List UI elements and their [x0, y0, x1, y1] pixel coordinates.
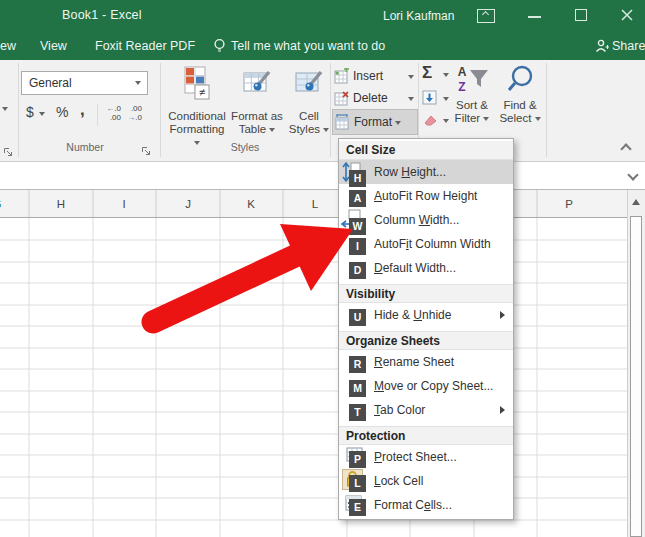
tab-view[interactable]: View — [40, 39, 67, 53]
maximize-button[interactable] — [575, 9, 587, 21]
column-header-g[interactable]: G — [0, 190, 27, 218]
menu-item-protect-sheet[interactable]: P Protect Sheet... — [339, 445, 513, 469]
dialog-launcher-icon[interactable] — [141, 143, 152, 154]
menu-item-default-width[interactable]: D Default Width... — [339, 256, 513, 280]
find-select-button[interactable]: Find & Select — [496, 63, 544, 126]
format-cells-size-icon — [335, 114, 351, 133]
percent-style-button[interactable]: % — [56, 104, 68, 120]
clear-button[interactable] — [422, 113, 439, 130]
button-label: Format as — [228, 110, 286, 124]
keytip-badge: R — [349, 356, 366, 373]
close-button[interactable] — [620, 8, 634, 22]
scroll-up-button[interactable] — [628, 190, 645, 214]
menu-item-label: Tab Color — [374, 403, 425, 417]
menu-item-autofit-column-width[interactable]: I AutoFit Column Width — [339, 232, 513, 256]
tab-foxit-reader-pdf[interactable]: Foxit Reader PDF — [95, 39, 195, 53]
dropdown-caret-icon[interactable] — [443, 73, 449, 77]
button-label: Table — [239, 123, 267, 135]
dropdown-caret-icon[interactable] — [2, 107, 8, 111]
menu-item-format-cells[interactable]: E Format Cells... — [339, 493, 513, 517]
sheet-grid[interactable] — [0, 218, 627, 537]
menu-item-label: Hide & Unhide — [374, 308, 451, 322]
increase-decimal-button[interactable]: ←.0 .00 — [103, 104, 121, 122]
column-header-k[interactable]: K — [221, 190, 281, 218]
delete-cells-button[interactable]: Delete — [332, 88, 418, 110]
button-label: Filter — [455, 112, 481, 124]
submenu-arrow-icon — [500, 406, 505, 414]
insert-cells-button[interactable]: Insert — [332, 66, 418, 88]
menu-item-lock-cell[interactable]: L Lock Cell — [339, 469, 513, 493]
menu-item-tab-color[interactable]: T Tab Color — [339, 398, 513, 422]
tell-me-box[interactable]: Tell me what you want to do — [231, 39, 385, 53]
delete-cells-icon — [334, 90, 350, 109]
cell-styles-icon — [286, 65, 332, 107]
number-format-value: General — [29, 76, 72, 90]
column-header-h[interactable]: H — [31, 190, 91, 218]
column-header-i[interactable]: I — [94, 190, 154, 218]
minimize-button[interactable] — [528, 16, 541, 18]
title-bar: Book1 - Excel Lori Kaufman — [0, 0, 645, 32]
column-headers[interactable]: G H I J K L P — [0, 190, 627, 218]
menu-item-autofit-row-height[interactable]: A AutoFit Row Height — [339, 184, 513, 208]
magnifier-icon — [503, 85, 537, 97]
dropdown-caret-icon — [483, 117, 489, 121]
keytip-badge: P — [349, 451, 366, 468]
sort-filter-button[interactable]: A Z Sort & Filter — [450, 63, 494, 126]
dropdown-caret-icon — [408, 97, 414, 101]
fill-down-icon — [422, 94, 437, 108]
expand-formula-bar-icon[interactable] — [627, 169, 638, 180]
ribbon-tab-bar: ew View Foxit Reader PDF Tell me what yo… — [0, 32, 645, 60]
menu-item-rename-sheet[interactable]: R Rename Sheet — [339, 350, 513, 374]
menu-item-hide-unhide[interactable]: U Hide & Unhide — [339, 303, 513, 327]
button-label: Find & — [496, 99, 544, 113]
menu-item-label: Rename Sheet — [374, 355, 454, 369]
dropdown-caret-icon[interactable] — [443, 97, 449, 101]
column-header-l[interactable]: L — [285, 190, 345, 218]
vertical-scrollbar[interactable] — [627, 190, 645, 537]
column-header-j[interactable]: J — [158, 190, 218, 218]
sigma-icon: Σ — [422, 63, 432, 82]
menu-item-row-height[interactable]: H Row Height... — [339, 160, 513, 184]
tab-review-partial[interactable]: ew — [0, 39, 16, 53]
dropdown-caret-icon — [535, 117, 541, 121]
dropdown-caret-icon — [323, 128, 329, 132]
dropdown-caret-icon[interactable] — [443, 119, 449, 123]
button-label: Format — [354, 115, 392, 129]
scrollbar-thumb[interactable] — [630, 216, 642, 537]
button-label: Insert — [353, 69, 383, 83]
accounting-format-button[interactable]: $ — [26, 104, 34, 120]
share-button[interactable]: Share — [612, 39, 645, 53]
decrease-decimal-button[interactable]: .00 →.0 — [124, 104, 142, 122]
collapse-ribbon-icon[interactable] — [620, 143, 631, 154]
number-format-select[interactable]: General — [21, 71, 148, 95]
keytip-badge: E — [349, 499, 366, 516]
menu-item-label: Protect Sheet... — [374, 450, 457, 464]
menu-item-label: AutoFit Column Width — [374, 237, 491, 251]
keytip-badge: L — [349, 475, 366, 492]
button-label: Styles — [289, 123, 320, 135]
svg-text:Z: Z — [458, 80, 465, 94]
keytip-badge: T — [349, 404, 366, 421]
menu-item-column-width[interactable]: W Column Width... — [339, 208, 513, 232]
keytip-badge: W — [349, 218, 366, 235]
dropdown-caret-icon — [395, 121, 401, 125]
ribbon: General $ % , ←.0 .00 .00 →.0 Number — [0, 60, 645, 162]
window-title: Book1 - Excel — [62, 8, 142, 22]
keytip-badge: H — [349, 170, 366, 187]
keytip-badge: A — [349, 190, 366, 207]
dialog-launcher-icon[interactable] — [3, 144, 14, 155]
autosum-button[interactable]: Σ — [422, 63, 432, 83]
column-header-p[interactable]: P — [539, 190, 599, 218]
triangle-up-icon — [632, 199, 640, 205]
menu-item-label: AutoFit Row Height — [374, 189, 477, 203]
dropdown-caret-icon[interactable] — [39, 112, 45, 116]
fill-button[interactable] — [422, 90, 437, 108]
format-button[interactable]: Format — [332, 109, 418, 135]
menu-item-move-or-copy-sheet[interactable]: M Move or Copy Sheet... — [339, 374, 513, 398]
chevron-down-icon — [135, 81, 141, 85]
ribbon-display-options-icon[interactable] — [477, 9, 495, 23]
comma-style-button[interactable]: , — [80, 100, 85, 120]
button-label: Delete — [353, 91, 388, 105]
format-menu: Cell Size H Row Height... A AutoFit Row … — [338, 138, 514, 520]
formula-bar[interactable] — [0, 162, 645, 190]
